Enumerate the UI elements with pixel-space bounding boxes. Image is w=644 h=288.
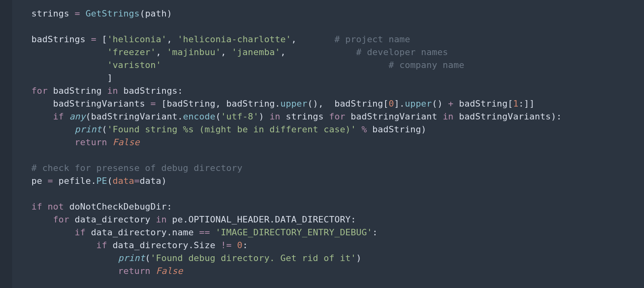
code-editor[interactable]: strings = GetStrings(path) badStrings = … <box>0 0 644 278</box>
code-line: # check for presense of debug directory <box>31 163 242 173</box>
code-line: if data_directory.Size != 0: <box>31 240 248 250</box>
code-line: strings = GetStrings(path) <box>31 8 172 19</box>
code-line: return False <box>31 137 140 147</box>
code-line: if data_directory.name == 'IMAGE_DIRECTO… <box>31 227 378 237</box>
code-line: badStrings = ['heliconia', 'heliconia-ch… <box>31 34 410 44</box>
code-line: return False <box>31 266 183 276</box>
code-line: print('Found string %s (might be in diff… <box>31 124 427 134</box>
code-line: for badString in badStrings: <box>31 86 183 96</box>
code-line: print('Found debug directory. Get rid of… <box>31 253 361 263</box>
code-line: for data_directory in pe.OPTIONAL_HEADER… <box>31 214 356 224</box>
code-line: ] <box>31 73 113 83</box>
code-line: 'freezer', 'majinbuu', 'janemba', # deve… <box>31 47 448 57</box>
code-line: badStringVariants = [badString, badStrin… <box>31 99 535 109</box>
code-line: if any(badStringVariant.encode('utf-8') … <box>31 111 562 121</box>
editor-gutter <box>0 0 12 288</box>
code-line: if not doNotCheckDebugDir: <box>31 202 172 212</box>
code-line: pe = pefile.PE(data=data) <box>31 176 167 186</box>
code-line: 'variston' # company name <box>31 60 464 70</box>
